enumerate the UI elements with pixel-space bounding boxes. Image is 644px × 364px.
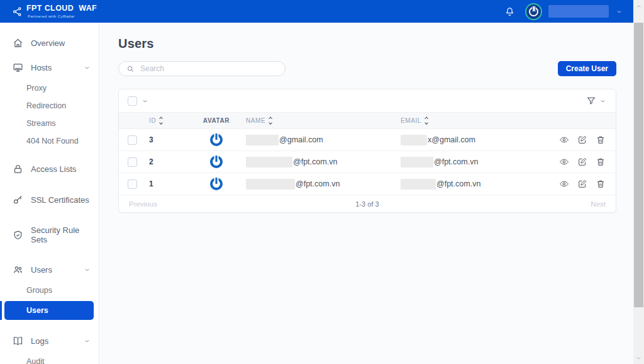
home-icon (13, 38, 23, 48)
sort-icon[interactable] (160, 117, 162, 124)
redacted-name (246, 135, 279, 145)
shield-check-icon (13, 230, 23, 241)
scrollbar-up-arrow[interactable] (633, 1, 644, 11)
sidebar-item-ssl-certificates[interactable]: SSL Certificates (0, 188, 99, 212)
search-icon (126, 65, 135, 73)
user-id: 1 (149, 179, 153, 188)
user-id: 2 (149, 157, 153, 166)
redacted-email (401, 135, 427, 145)
delete-trash-icon[interactable] (596, 157, 606, 167)
page-title: Users (118, 37, 616, 51)
user-avatar-power-logo (210, 178, 223, 190)
filter-chevron-down-icon[interactable] (600, 98, 606, 104)
monitor-icon (13, 62, 23, 73)
user-name: @fpt.com.vn (293, 157, 337, 166)
sort-icon[interactable] (425, 117, 428, 124)
user-avatar-power-logo (210, 134, 223, 146)
brand-name: FPT CLOUD (26, 4, 74, 13)
sidebar-item-label: Logs (31, 336, 48, 346)
sidebar-item-groups[interactable]: Groups (0, 282, 99, 299)
sidebar-item-access-lists[interactable]: Access Lists (0, 157, 99, 181)
redacted-email (401, 179, 436, 190)
chevron-down-icon[interactable] (84, 267, 90, 273)
chevron-down-icon[interactable] (84, 65, 90, 71)
top-bar: FPT CLOUD WAF Partnered with CyRadar (0, 0, 633, 23)
brand: FPT CLOUD WAF Partnered with CyRadar (13, 4, 97, 18)
sidebar-item-label: SSL Certificates (31, 195, 89, 205)
row-checkbox[interactable] (128, 135, 137, 145)
chevron-down-icon[interactable] (84, 338, 90, 344)
user-name: @fpt.com.vn (296, 179, 340, 188)
edit-pencil-icon[interactable] (577, 157, 587, 167)
user-avatar[interactable] (526, 4, 541, 19)
lock-icon (13, 164, 23, 174)
users-table-card: ID AVATAR NAME EMAIL 3 @gmail (118, 89, 616, 213)
sidebar-item-security-rule-sets[interactable]: Security Rule Sets (0, 219, 99, 251)
user-id: 3 (149, 135, 153, 144)
redacted-name (246, 179, 295, 190)
sidebar-item-users[interactable]: Users (4, 301, 94, 320)
sidebar-item-users-group[interactable]: Users (0, 258, 99, 282)
sidebar-item-label: Access Lists (31, 164, 76, 174)
sidebar-item-logs[interactable]: Logs (0, 329, 99, 353)
sidebar-item-audit[interactable]: Audit (0, 353, 99, 364)
sidebar: Overview Hosts Proxy Redirection Streams… (0, 23, 99, 364)
table-toolbar (119, 89, 616, 112)
sort-icon[interactable] (269, 117, 272, 124)
sidebar-item-label: Security Rule Sets (31, 225, 90, 244)
sidebar-item-404-not-found[interactable]: 404 Not Found (0, 132, 99, 150)
sidebar-item-streams[interactable]: Streams (0, 115, 99, 132)
sidebar-item-overview[interactable]: Overview (0, 31, 99, 55)
sidebar-item-label: Users (31, 265, 52, 275)
redacted-email (401, 157, 433, 168)
user-avatar-power-logo (210, 156, 223, 168)
table-row: 2 @fpt.com.vn @fpt.com.vn (119, 151, 616, 173)
scrollbar-down-arrow[interactable] (633, 353, 644, 363)
sidebar-item-proxy[interactable]: Proxy (0, 79, 99, 97)
edit-pencil-icon[interactable] (577, 179, 587, 189)
column-header-avatar: AVATAR (203, 117, 230, 124)
sidebar-item-redirection[interactable]: Redirection (0, 97, 99, 115)
row-checkbox[interactable] (128, 179, 137, 189)
notifications-bell-icon[interactable] (504, 6, 515, 17)
brand-product: WAF (79, 4, 97, 13)
users-icon (13, 264, 23, 275)
create-user-button[interactable]: Create User (558, 61, 616, 76)
table-row: 3 @gmail.com x@gmail.com (119, 129, 616, 151)
user-email: @fpt.com.vn (436, 179, 480, 188)
sidebar-item-label: Hosts (31, 63, 52, 72)
view-eye-icon[interactable] (559, 135, 569, 145)
sidebar-item-hosts[interactable]: Hosts (0, 56, 99, 79)
page-scrollbar[interactable] (633, 0, 644, 364)
username-redacted (548, 5, 609, 18)
brand-molecule-icon (13, 7, 22, 16)
user-name: @gmail.com (279, 135, 323, 144)
select-all-checkbox[interactable] (128, 96, 137, 106)
search-input[interactable] (140, 64, 277, 73)
scrollbar-thumb[interactable] (634, 23, 643, 307)
book-icon (13, 336, 23, 346)
row-checkbox[interactable] (128, 157, 137, 167)
delete-trash-icon[interactable] (596, 179, 606, 189)
user-email: @fpt.com.vn (434, 157, 478, 166)
view-eye-icon[interactable] (559, 179, 569, 189)
main-content: Users Create User (99, 23, 633, 364)
account-chevron-down-icon[interactable] (616, 9, 622, 14)
edit-pencil-icon[interactable] (577, 135, 587, 145)
key-icon (13, 195, 23, 205)
delete-trash-icon[interactable] (596, 135, 606, 145)
search-box[interactable] (118, 61, 286, 76)
redacted-name (246, 157, 292, 168)
table-row: 1 @fpt.com.vn @fpt.com.vn (119, 173, 616, 195)
select-menu-chevron-down-icon[interactable] (142, 98, 148, 104)
table-header-row: ID AVATAR NAME EMAIL (119, 112, 616, 129)
sidebar-item-label: Overview (31, 38, 65, 48)
pagination-range: 1-3 of 3 (119, 200, 616, 208)
user-email: x@gmail.com (428, 135, 475, 144)
view-eye-icon[interactable] (559, 157, 569, 167)
column-header-name[interactable]: NAME (237, 117, 392, 124)
column-header-email[interactable]: EMAIL (392, 117, 545, 124)
column-header-id[interactable]: ID (143, 117, 196, 124)
table-pagination: Previous 1-3 of 3 Next (119, 195, 616, 212)
filter-funnel-icon[interactable] (586, 96, 596, 106)
